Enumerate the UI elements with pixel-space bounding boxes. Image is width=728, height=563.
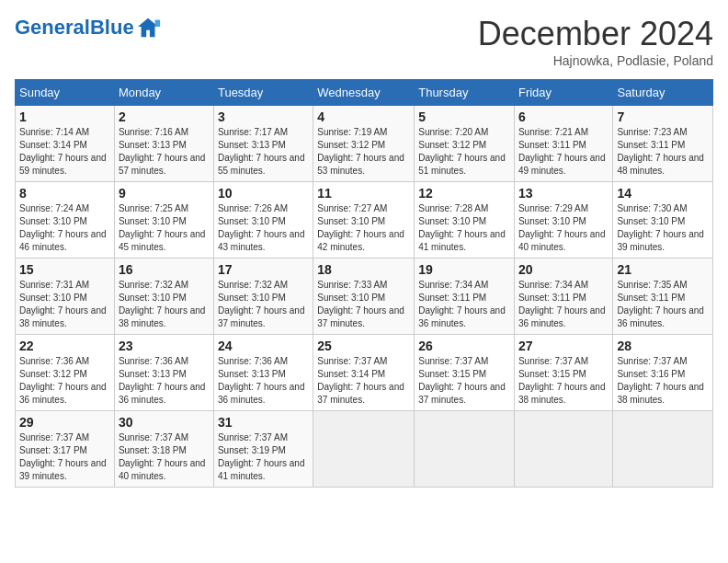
day-info: Sunrise: 7:20 AMSunset: 3:12 PMDaylight:… [418, 127, 506, 176]
day-info: Sunrise: 7:17 AMSunset: 3:13 PMDaylight:… [218, 127, 305, 176]
day-info: Sunrise: 7:19 AMSunset: 3:12 PMDaylight:… [317, 127, 404, 176]
day-number: 2 [119, 109, 210, 124]
calendar-cell: 24 Sunrise: 7:36 AMSunset: 3:13 PMDaylig… [213, 335, 313, 411]
day-info: Sunrise: 7:37 AMSunset: 3:17 PMDaylight:… [19, 432, 107, 481]
logo-icon [136, 15, 162, 40]
calendar-body: 1 Sunrise: 7:14 AMSunset: 3:14 PMDayligh… [16, 106, 713, 488]
day-info: Sunrise: 7:30 AMSunset: 3:10 PMDaylight:… [617, 203, 704, 252]
day-number: 7 [617, 109, 709, 124]
calendar-cell: 27 Sunrise: 7:37 AMSunset: 3:15 PMDaylig… [514, 335, 612, 411]
calendar-cell [313, 411, 415, 488]
day-info: Sunrise: 7:14 AMSunset: 3:14 PMDaylight:… [19, 127, 107, 176]
calendar-table: SundayMondayTuesdayWednesdayThursdayFrid… [15, 79, 713, 488]
day-number: 20 [518, 262, 609, 277]
day-number: 26 [418, 339, 510, 353]
day-info: Sunrise: 7:35 AMSunset: 3:11 PMDaylight:… [617, 280, 704, 328]
calendar-cell: 29 Sunrise: 7:37 AMSunset: 3:17 PMDaylig… [16, 411, 115, 488]
page-header: GeneralBlue December 2024 Hajnowka, Podl… [15, 15, 713, 68]
calendar-cell: 14 Sunrise: 7:30 AMSunset: 3:10 PMDaylig… [613, 182, 713, 259]
day-number: 10 [218, 186, 309, 201]
weekday-header: Sunday [16, 80, 115, 106]
day-number: 4 [317, 109, 410, 124]
day-info: Sunrise: 7:34 AMSunset: 3:11 PMDaylight:… [418, 280, 506, 328]
day-number: 17 [218, 262, 309, 277]
calendar-cell: 9 Sunrise: 7:25 AMSunset: 3:10 PMDayligh… [114, 182, 213, 259]
day-number: 19 [418, 262, 510, 277]
day-number: 9 [119, 186, 210, 201]
day-info: Sunrise: 7:36 AMSunset: 3:13 PMDaylight:… [119, 356, 206, 405]
day-number: 28 [617, 339, 709, 353]
day-number: 22 [19, 339, 110, 353]
calendar-cell: 18 Sunrise: 7:33 AMSunset: 3:10 PMDaylig… [313, 259, 415, 335]
day-number: 12 [418, 186, 510, 201]
month-title: December 2024 [478, 15, 713, 53]
svg-marker-1 [154, 20, 160, 27]
day-number: 24 [218, 339, 309, 353]
day-info: Sunrise: 7:27 AMSunset: 3:10 PMDaylight:… [317, 203, 404, 252]
calendar-cell: 30 Sunrise: 7:37 AMSunset: 3:18 PMDaylig… [114, 411, 213, 488]
calendar-cell: 5 Sunrise: 7:20 AMSunset: 3:12 PMDayligh… [415, 106, 515, 182]
day-info: Sunrise: 7:29 AMSunset: 3:10 PMDaylight:… [518, 203, 606, 252]
calendar-cell: 22 Sunrise: 7:36 AMSunset: 3:12 PMDaylig… [16, 335, 115, 411]
calendar-cell [613, 411, 713, 488]
calendar-week-row: 15 Sunrise: 7:31 AMSunset: 3:10 PMDaylig… [16, 259, 713, 335]
day-number: 15 [19, 262, 110, 277]
day-info: Sunrise: 7:37 AMSunset: 3:15 PMDaylight:… [518, 356, 606, 405]
day-info: Sunrise: 7:37 AMSunset: 3:18 PMDaylight:… [119, 432, 206, 481]
day-number: 13 [518, 186, 609, 201]
day-number: 16 [119, 262, 210, 277]
calendar-cell: 19 Sunrise: 7:34 AMSunset: 3:11 PMDaylig… [415, 259, 515, 335]
calendar-cell: 10 Sunrise: 7:26 AMSunset: 3:10 PMDaylig… [213, 182, 313, 259]
calendar-cell: 1 Sunrise: 7:14 AMSunset: 3:14 PMDayligh… [16, 106, 115, 182]
calendar-cell: 3 Sunrise: 7:17 AMSunset: 3:13 PMDayligh… [213, 106, 313, 182]
day-info: Sunrise: 7:33 AMSunset: 3:10 PMDaylight:… [317, 280, 404, 328]
day-number: 6 [518, 109, 609, 124]
day-info: Sunrise: 7:28 AMSunset: 3:10 PMDaylight:… [418, 203, 506, 252]
calendar-cell: 15 Sunrise: 7:31 AMSunset: 3:10 PMDaylig… [16, 259, 115, 335]
weekday-header: Tuesday [213, 80, 313, 106]
calendar-cell: 7 Sunrise: 7:23 AMSunset: 3:11 PMDayligh… [613, 106, 713, 182]
calendar-week-row: 22 Sunrise: 7:36 AMSunset: 3:12 PMDaylig… [16, 335, 713, 411]
day-info: Sunrise: 7:24 AMSunset: 3:10 PMDaylight:… [19, 203, 107, 252]
location-subtitle: Hajnowka, Podlasie, Poland [478, 53, 713, 68]
day-number: 14 [617, 186, 709, 201]
calendar-cell: 12 Sunrise: 7:28 AMSunset: 3:10 PMDaylig… [415, 182, 515, 259]
day-info: Sunrise: 7:37 AMSunset: 3:14 PMDaylight:… [317, 356, 404, 405]
calendar-cell [415, 411, 515, 488]
logo-text: GeneralBlue [15, 17, 134, 38]
day-info: Sunrise: 7:32 AMSunset: 3:10 PMDaylight:… [218, 280, 305, 328]
day-number: 23 [119, 339, 210, 353]
calendar-cell: 25 Sunrise: 7:37 AMSunset: 3:14 PMDaylig… [313, 335, 415, 411]
day-number: 3 [218, 109, 309, 124]
calendar-cell: 8 Sunrise: 7:24 AMSunset: 3:10 PMDayligh… [16, 182, 115, 259]
day-number: 5 [418, 109, 510, 124]
day-info: Sunrise: 7:23 AMSunset: 3:11 PMDaylight:… [617, 127, 704, 176]
day-number: 1 [19, 109, 110, 124]
day-info: Sunrise: 7:37 AMSunset: 3:15 PMDaylight:… [418, 356, 506, 405]
day-number: 31 [218, 415, 309, 430]
day-info: Sunrise: 7:32 AMSunset: 3:10 PMDaylight:… [119, 280, 206, 328]
calendar-cell: 11 Sunrise: 7:27 AMSunset: 3:10 PMDaylig… [313, 182, 415, 259]
day-number: 18 [317, 262, 410, 277]
day-number: 30 [119, 415, 210, 430]
calendar-cell: 17 Sunrise: 7:32 AMSunset: 3:10 PMDaylig… [213, 259, 313, 335]
calendar-cell: 31 Sunrise: 7:37 AMSunset: 3:19 PMDaylig… [213, 411, 313, 488]
logo: GeneralBlue [15, 15, 162, 40]
weekday-header: Wednesday [313, 80, 415, 106]
day-number: 27 [518, 339, 609, 353]
day-info: Sunrise: 7:31 AMSunset: 3:10 PMDaylight:… [19, 280, 107, 328]
day-info: Sunrise: 7:16 AMSunset: 3:13 PMDaylight:… [119, 127, 206, 176]
day-info: Sunrise: 7:37 AMSunset: 3:16 PMDaylight:… [617, 356, 704, 405]
day-info: Sunrise: 7:21 AMSunset: 3:11 PMDaylight:… [518, 127, 606, 176]
title-block: December 2024 Hajnowka, Podlasie, Poland [478, 15, 713, 68]
calendar-cell: 28 Sunrise: 7:37 AMSunset: 3:16 PMDaylig… [613, 335, 713, 411]
day-info: Sunrise: 7:36 AMSunset: 3:13 PMDaylight:… [218, 356, 305, 405]
calendar-cell: 13 Sunrise: 7:29 AMSunset: 3:10 PMDaylig… [514, 182, 612, 259]
day-number: 11 [317, 186, 410, 201]
day-number: 25 [317, 339, 410, 353]
calendar-cell: 23 Sunrise: 7:36 AMSunset: 3:13 PMDaylig… [114, 335, 213, 411]
day-info: Sunrise: 7:36 AMSunset: 3:12 PMDaylight:… [19, 356, 107, 405]
calendar-cell: 16 Sunrise: 7:32 AMSunset: 3:10 PMDaylig… [114, 259, 213, 335]
weekday-header: Friday [514, 80, 612, 106]
day-number: 29 [19, 415, 110, 430]
